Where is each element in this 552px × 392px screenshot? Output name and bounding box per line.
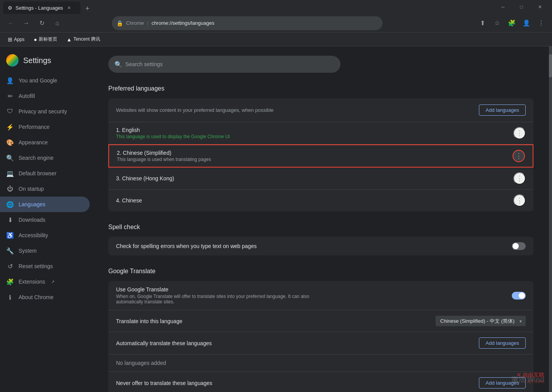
url-text: chrome://settings/languages [152,20,215,26]
share-button[interactable]: ⬆ [476,17,489,29]
bookmark-tencent[interactable]: ▲ Tencent 腾讯 [63,34,103,44]
toggle-knob [513,243,519,249]
preferred-languages-desc-row: Websites will show content in your prefe… [108,98,533,122]
you-google-icon: 👤 [6,77,14,84]
tencent-icon: ▲ [67,36,72,43]
sidebar-item-privacy[interactable]: 🛡 Privacy and security [0,104,90,119]
window-controls: ─ □ ✕ [494,1,549,13]
active-tab[interactable]: ⚙ Settings - Languages ✕ [3,2,80,14]
google-translate-toggle-knob [519,293,525,299]
sidebar-item-performance[interactable]: ⚡ Performance [0,119,90,135]
reset-label: Reset settings [19,263,53,269]
preferred-languages-title: Preferred languages [108,85,533,92]
browser-frame: ⚙ Settings - Languages ✕ + ─ □ ✕ ← → ↻ ⌂… [0,0,552,392]
no-languages-label: No languages added [116,360,166,366]
sidebar-item-default-browser[interactable]: 💻 Default browser [0,166,90,181]
translate-into-row: Translate into this language Chinese (Si… [108,310,533,332]
bookmark-newtab[interactable]: ● 新标签页 [31,34,60,44]
lang-menu-chinese[interactable]: ⋮ [513,194,526,207]
accessibility-label: Accessibility [19,232,48,238]
apps-icon: ⊞ [8,36,12,43]
sidebar-item-languages[interactable]: 🌐 Languages [0,197,90,212]
sidebar-item-you-google[interactable]: 👤 You and Google [0,73,90,88]
default-browser-label: Default browser [19,170,56,176]
forward-button[interactable]: → [20,17,32,29]
default-browser-icon: 💻 [6,169,14,177]
lang-menu-english[interactable]: ⋮ [513,127,526,139]
google-translate-title: Google Translate [108,268,533,275]
performance-label: Performance [19,124,50,130]
title-bar: ⚙ Settings - Languages ✕ + ─ □ ✕ [0,0,552,14]
sidebar-item-appearance[interactable]: 🎨 Appearance [0,135,90,150]
about-icon: ℹ [6,293,14,301]
on-startup-label: On startup [19,186,44,192]
lang-info-chinese: 4. Chinese [116,197,142,204]
languages-label: Languages [19,201,45,207]
accessibility-icon: ♿ [6,231,14,239]
search-engine-icon: 🔍 [6,154,14,162]
sidebar-item-reset[interactable]: ↺ Reset settings [0,258,90,274]
toolbar: ← → ↻ ⌂ 🔒 Chrome | chrome://settings/lan… [0,14,552,33]
language-item-chinese: 4. Chinese ⋮ [108,190,533,211]
settings-main: 🔍 Preferred languages Websites will show… [93,46,549,392]
external-link-icon: ↗ [51,279,55,284]
sidebar-item-search-engine[interactable]: 🔍 Search engine [0,150,90,166]
home-button[interactable]: ⌂ [51,17,63,29]
tab-close-button[interactable]: ✕ [66,5,72,11]
google-translate-toggle[interactable] [512,292,526,300]
lang-info-chinese-simplified: 2. Chinese (Simplified) This language is… [117,150,211,162]
sidebar-header: Settings [0,51,93,73]
never-translate-add-button[interactable]: Add languages [479,377,526,389]
you-google-label: You and Google [19,77,57,84]
languages-icon: 🌐 [6,200,14,208]
lang-menu-chinese-simplified[interactable]: ⋮ [513,150,525,162]
search-bar[interactable]: 🔍 [108,56,340,73]
spell-check-label: Check for spelling errors when you type … [116,243,256,249]
spell-check-row: Check for spelling errors when you type … [108,237,533,255]
bookmark-newtab-label: 新标签页 [39,36,57,43]
close-button[interactable]: ✕ [531,1,549,13]
toolbar-right: ⬆ ☆ 🧩 👤 ⋮ [476,17,547,29]
language-item-chinese-simplified: 2. Chinese (Simplified) This language is… [108,144,533,168]
translate-language-dropdown-wrapper: Chinese (Simplified) - 中文 (简体) [436,316,526,326]
translate-language-dropdown[interactable]: Chinese (Simplified) - 中文 (简体) [436,316,526,326]
new-tab-button[interactable]: + [82,3,93,14]
lang-info-english: 1. English This language is used to disp… [116,127,230,139]
reload-button[interactable]: ↻ [36,17,48,29]
bookmark-apps-label: Apps [14,37,24,42]
scrollbar-thumb[interactable] [549,54,552,77]
menu-button[interactable]: ⋮ [535,17,547,29]
sidebar: Settings 👤 You and Google ✏ Autofill 🛡 P… [0,46,93,392]
on-startup-icon: ⏻ [6,185,14,193]
sidebar-item-extensions[interactable]: 🧩 Extensions ↗ [0,274,90,289]
bookmark-button[interactable]: ☆ [491,17,503,29]
sidebar-item-downloads[interactable]: ⬇ Downloads [0,212,90,228]
spell-check-toggle[interactable] [512,242,526,250]
tab-favicon: ⚙ [8,5,12,11]
address-bar[interactable]: 🔒 Chrome | chrome://settings/languages [112,16,383,30]
translate-into-label: Translate into this language [116,318,182,324]
lang-menu-chinese-hk[interactable]: ⋮ [513,172,526,185]
sidebar-item-autofill[interactable]: ✏ Autofill [0,88,90,104]
appearance-label: Appearance [19,139,48,146]
lang-info-chinese-hk: 3. Chinese (Hong Kong) [116,175,174,181]
bookmark-apps[interactable]: ⊞ Apps [5,35,27,44]
sidebar-item-on-startup[interactable]: ⏻ On startup [0,181,90,197]
minimize-button[interactable]: ─ [494,1,512,13]
auto-translate-add-button[interactable]: Add languages [479,337,526,349]
chrome-logo [6,54,19,67]
add-languages-button[interactable]: Add languages [479,104,526,116]
sidebar-item-about[interactable]: ℹ About Chrome [0,289,90,305]
sidebar-item-accessibility[interactable]: ♿ Accessibility [0,228,90,243]
tab-bar: ⚙ Settings - Languages ✕ + [3,0,491,14]
extensions-button[interactable]: 🧩 [506,17,518,29]
maximize-button[interactable]: □ [513,1,530,13]
sidebar-item-system[interactable]: 🔧 System [0,243,90,258]
profile-button[interactable]: 👤 [520,17,533,29]
search-input[interactable] [125,61,334,67]
scrollbar[interactable] [549,46,552,392]
auto-translate-row: Automatically translate these languages … [108,332,533,354]
autofill-label: Autofill [19,93,35,99]
chrome-label: Chrome [126,20,144,26]
back-button[interactable]: ← [5,17,17,29]
